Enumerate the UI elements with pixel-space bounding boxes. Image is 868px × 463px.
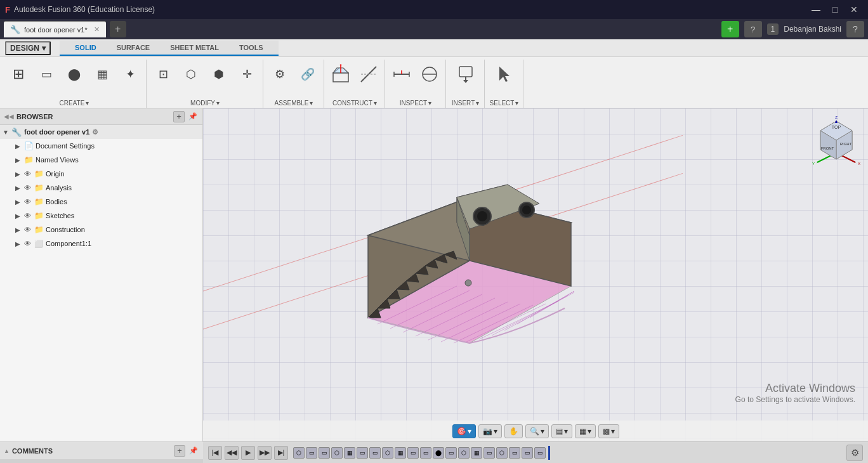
tab-tools[interactable]: TOOLS bbox=[229, 41, 273, 56]
timeline-step-4[interactable]: ⬡ bbox=[331, 447, 343, 459]
browser-item-construction[interactable]: ▶ 👁 📁 Construction bbox=[0, 223, 202, 237]
create-revolve-button[interactable]: ⬤ bbox=[61, 62, 88, 86]
close-button[interactable]: ✕ bbox=[845, 3, 863, 16]
named-views-expand-icon[interactable]: ▶ bbox=[15, 157, 24, 164]
timeline-step-8[interactable]: ⬡ bbox=[382, 447, 393, 459]
create-extrude-button[interactable]: ▭ bbox=[33, 62, 60, 86]
assemble-align-button[interactable]: 🔗 bbox=[294, 62, 321, 86]
construct-axis-button[interactable] bbox=[355, 62, 382, 86]
timeline-step-15[interactable]: ▦ bbox=[471, 447, 482, 459]
timeline-step-3[interactable]: ▭ bbox=[319, 447, 330, 459]
tab-solid[interactable]: SOLID bbox=[65, 41, 107, 56]
design-dropdown-button[interactable]: DESIGN ▾ bbox=[5, 41, 51, 55]
timeline-step-18[interactable]: ▭ bbox=[509, 447, 520, 459]
construction-eye-icon[interactable]: 👁 bbox=[24, 226, 34, 233]
assemble-joint-button[interactable]: ⚙ bbox=[266, 62, 293, 86]
timeline-step-2[interactable]: ▭ bbox=[306, 447, 317, 459]
create-new-component-button[interactable]: ⊞ bbox=[5, 62, 32, 86]
tab-close-icon[interactable]: ✕ bbox=[94, 25, 100, 34]
browser-root-item[interactable]: ▼ 🔧 foot door opener v1 ⚙ bbox=[0, 125, 202, 139]
viewport-camera-button[interactable]: 📷 ▾ bbox=[478, 424, 502, 438]
browser-add-button[interactable]: + bbox=[173, 111, 185, 122]
document-tab[interactable]: 🔧 foot door opener v1* ✕ bbox=[4, 21, 106, 37]
component1-expand-icon[interactable]: ▶ bbox=[15, 240, 24, 247]
comments-expand-icon[interactable]: ▲ bbox=[4, 448, 10, 454]
maximize-button[interactable]: □ bbox=[826, 3, 844, 16]
origin-expand-icon[interactable]: ▶ bbox=[15, 171, 24, 178]
inspect-measure-button[interactable] bbox=[388, 62, 415, 86]
viewport-display-mode-button[interactable]: 🎯 ▾ bbox=[452, 424, 476, 438]
browser-collapse-icon[interactable]: ◀◀ bbox=[4, 113, 14, 120]
help-button[interactable]: ? bbox=[744, 21, 762, 37]
browser-item-document-settings[interactable]: ▶ 📄 Document Settings bbox=[0, 139, 202, 153]
browser-item-origin[interactable]: ▶ 👁 📁 Origin bbox=[0, 167, 202, 181]
create-loft-button[interactable]: ✦ bbox=[117, 62, 143, 86]
viewport-pan-button[interactable]: ✋ bbox=[504, 424, 523, 438]
add-tab-button[interactable]: + bbox=[110, 21, 126, 37]
timeline-step-10[interactable]: ▭ bbox=[407, 447, 419, 459]
root-settings-icon[interactable]: ⚙ bbox=[92, 128, 98, 136]
browser-item-named-views[interactable]: ▶ 📁 Named Views bbox=[0, 153, 202, 167]
timeline-step-11[interactable]: ▭ bbox=[420, 447, 431, 459]
analysis-expand-icon[interactable]: ▶ bbox=[15, 185, 24, 192]
timeline-step-1[interactable]: ⬡ bbox=[293, 447, 305, 459]
modify-press-pull-button[interactable]: ⊡ bbox=[150, 62, 176, 86]
playback-end-button[interactable]: ▶| bbox=[274, 446, 288, 460]
select-button[interactable] bbox=[491, 62, 518, 86]
timeline-cursor[interactable] bbox=[548, 446, 550, 460]
browser-item-sketches[interactable]: ▶ 👁 📁 Sketches bbox=[0, 209, 202, 223]
account-help-button[interactable]: ? bbox=[846, 21, 864, 37]
construct-plane-button[interactable] bbox=[327, 62, 354, 86]
viewport[interactable]: TOP RIGHT FRONT Z Y X Activate Windows G… bbox=[203, 108, 868, 442]
timeline-step-16[interactable]: ▭ bbox=[483, 447, 495, 459]
construction-expand-icon[interactable]: ▶ bbox=[15, 226, 24, 233]
timeline-step-13[interactable]: ▭ bbox=[445, 447, 457, 459]
create-sweep-button[interactable]: ▦ bbox=[89, 62, 115, 86]
timeline-step-12[interactable]: ⬤ bbox=[433, 447, 444, 459]
origin-eye-icon[interactable]: 👁 bbox=[24, 170, 34, 178]
timeline-step-7[interactable]: ▭ bbox=[369, 447, 381, 459]
insert-button[interactable] bbox=[452, 62, 479, 86]
viewport-zoom-button[interactable]: 🔍 ▾ bbox=[525, 424, 549, 438]
browser-item-analysis[interactable]: ▶ 👁 📁 Analysis bbox=[0, 181, 202, 195]
timeline-step-6[interactable]: ▭ bbox=[357, 447, 368, 459]
viewport-environment-button[interactable]: ▩ ▾ bbox=[598, 424, 619, 438]
timeline-step-20[interactable]: ▭ bbox=[534, 447, 546, 459]
modify-chamfer-button[interactable]: ⬢ bbox=[206, 62, 232, 86]
viewport-grid-button[interactable]: ▤ ▾ bbox=[551, 424, 572, 438]
doc-settings-expand-icon[interactable]: ▶ bbox=[15, 143, 24, 150]
comments-pin-button[interactable]: 📌 bbox=[188, 445, 199, 457]
browser-item-component1[interactable]: ▶ 👁 ⬜ Component1:1 bbox=[0, 237, 202, 251]
playback-start-button[interactable]: |◀ bbox=[208, 446, 222, 460]
playback-prev-button[interactable]: ◀◀ bbox=[225, 446, 239, 460]
viewcube[interactable]: TOP RIGHT FRONT Z Y X bbox=[811, 115, 862, 166]
timeline-step-9[interactable]: ▦ bbox=[395, 447, 406, 459]
viewport-visual-style-button[interactable]: ▦ ▾ bbox=[575, 424, 596, 438]
analysis-eye-icon[interactable]: 👁 bbox=[24, 184, 34, 192]
tab-surface[interactable]: SURFACE bbox=[107, 41, 161, 56]
app-title: Autodesk Fusion 360 (Education License) bbox=[14, 5, 155, 14]
bodies-expand-icon[interactable]: ▶ bbox=[15, 199, 24, 205]
tab-sheet-metal[interactable]: SHEET METAL bbox=[160, 41, 229, 56]
settings-gear-button[interactable]: ⚙ bbox=[846, 445, 863, 461]
timeline-step-14[interactable]: ⬡ bbox=[458, 447, 470, 459]
browser-pin-button[interactable]: 📌 bbox=[187, 111, 199, 122]
timeline-step-5[interactable]: ▦ bbox=[344, 447, 355, 459]
add-document-button[interactable]: + bbox=[721, 21, 739, 37]
modify-move-button[interactable]: ✛ bbox=[233, 62, 260, 86]
sketches-expand-icon[interactable]: ▶ bbox=[15, 212, 24, 219]
minimize-button[interactable]: — bbox=[807, 3, 825, 16]
playback-next-button[interactable]: ▶▶ bbox=[258, 446, 272, 460]
timeline-step-17[interactable]: ⬡ bbox=[496, 447, 508, 459]
playback-play-button[interactable]: ▶ bbox=[241, 446, 255, 460]
root-expand-icon[interactable]: ▼ bbox=[3, 129, 11, 136]
component1-eye-icon[interactable]: 👁 bbox=[24, 240, 34, 247]
timeline-step-19[interactable]: ▭ bbox=[522, 447, 533, 459]
sketches-eye-icon[interactable]: 👁 bbox=[24, 212, 34, 219]
modify-fillet-button[interactable]: ⬡ bbox=[178, 62, 204, 86]
window-controls[interactable]: — □ ✕ bbox=[807, 3, 863, 16]
browser-item-bodies[interactable]: ▶ 👁 📁 Bodies bbox=[0, 195, 202, 209]
comments-add-button[interactable]: + bbox=[174, 445, 185, 457]
inspect-section-analysis-button[interactable] bbox=[416, 62, 443, 86]
bodies-eye-icon[interactable]: 👁 bbox=[24, 198, 34, 205]
